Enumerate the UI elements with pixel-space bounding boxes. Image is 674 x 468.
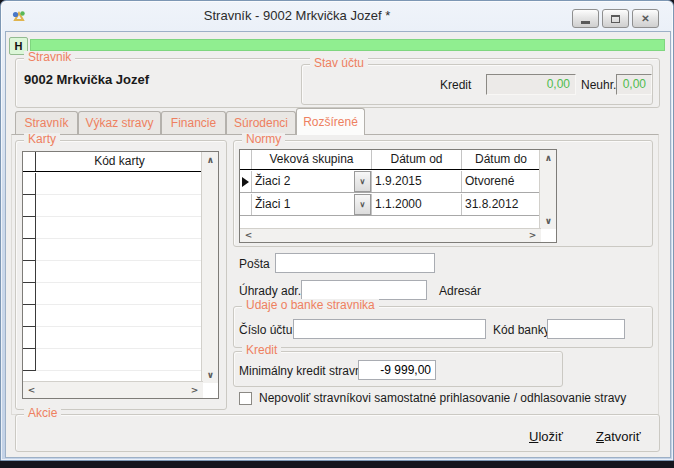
- tab-surodenci[interactable]: Súrodenci: [226, 111, 296, 134]
- normy-vertical-scrollbar[interactable]: ∧ ∨: [539, 150, 556, 229]
- datum-do-cell[interactable]: 31.8.2012: [462, 194, 541, 215]
- maximize-button[interactable]: [602, 9, 629, 28]
- posta-label: Pošta: [239, 257, 270, 271]
- minimize-button[interactable]: [572, 9, 599, 28]
- row-selector: [23, 173, 36, 195]
- tab-financie[interactable]: Financie: [161, 111, 226, 134]
- table-row[interactable]: Žiaci 2 ∨ 1.9.2015 Otvorené: [240, 171, 541, 193]
- scroll-right-icon[interactable]: >: [524, 229, 541, 242]
- kod-banky-label: Kód banky: [493, 323, 550, 337]
- save-button[interactable]: Uložiť: [529, 429, 563, 444]
- table-row[interactable]: [23, 217, 203, 239]
- close-window-button[interactable]: Zatvoriť: [596, 429, 641, 444]
- scroll-left-icon[interactable]: <: [240, 229, 257, 242]
- chevron-down-icon: ∨: [360, 177, 366, 186]
- row-selector: [240, 194, 252, 215]
- min-kredit-label: Minimálny kredit stravníka: [239, 364, 378, 378]
- close-button[interactable]: ✕: [632, 9, 659, 28]
- karty-table[interactable]: Kód karty ∧ ∨ < >: [22, 151, 219, 399]
- uhrady-adr-input[interactable]: [301, 280, 427, 300]
- normy-horizontal-scrollbar[interactable]: < >: [240, 228, 541, 242]
- banka-group-label: Udaje o banke stravnika: [242, 299, 379, 312]
- kod-karty-cell: [36, 305, 203, 327]
- table-row[interactable]: [23, 327, 203, 349]
- chevron-down-icon: ∨: [360, 200, 366, 209]
- datum-od-cell[interactable]: 1.9.2015: [372, 171, 462, 192]
- neuhr-value-field: 0,00: [616, 74, 652, 95]
- save-button-mnemonic: U: [529, 429, 538, 444]
- row-selector: [23, 217, 36, 239]
- row-selector: [23, 305, 36, 327]
- titlebar[interactable]: Stravník - 9002 Mrkvička Jozef * ✕: [1, 1, 673, 31]
- datum-do-cell[interactable]: Otvorené: [462, 171, 541, 192]
- vekova-skupina-cell[interactable]: Žiaci 2 ∨: [252, 171, 372, 192]
- nepovolit-checkbox[interactable]: [239, 392, 252, 405]
- kod-karty-cell: [36, 173, 203, 195]
- row-selector-header: [23, 152, 36, 171]
- dropdown-button[interactable]: ∨: [354, 194, 371, 215]
- tab-rozsirene[interactable]: Rozšírené: [296, 108, 365, 135]
- status-progress-bar: [30, 39, 665, 51]
- close-button-mnemonic: Z: [596, 429, 604, 444]
- nepovolit-checkbox-label[interactable]: Nepovoliť stravníkovi samostatné prihlas…: [259, 391, 626, 405]
- row-selector: [23, 195, 36, 217]
- akcie-group-label: Akcie: [24, 407, 61, 420]
- table-row[interactable]: [23, 173, 203, 195]
- karty-group-label: Karty: [24, 133, 60, 146]
- kod-karty-cell: [36, 283, 203, 305]
- row-selector: [23, 327, 36, 349]
- cislo-uctu-label: Číslo účtu: [239, 323, 292, 337]
- posta-input[interactable]: [275, 253, 435, 273]
- app-icon: [11, 8, 27, 24]
- table-row[interactable]: [23, 283, 203, 305]
- adresar-label[interactable]: Adresár: [439, 284, 481, 298]
- row-selector: [23, 261, 36, 283]
- scroll-up-icon[interactable]: ∧: [540, 150, 557, 166]
- scroll-right-icon[interactable]: >: [186, 382, 203, 398]
- karty-horizontal-scrollbar[interactable]: < >: [23, 381, 203, 398]
- scroll-down-icon[interactable]: ∨: [540, 213, 557, 229]
- current-row-selector: [240, 171, 252, 192]
- window-title: Stravník - 9002 Mrkvička Jozef *: [41, 8, 553, 23]
- maximize-icon: [611, 15, 620, 23]
- kod-karty-cell: [36, 349, 203, 371]
- cislo-uctu-input[interactable]: [293, 319, 486, 339]
- datum-od-column-header: Dátum od: [372, 150, 462, 169]
- kod-karty-cell: [36, 261, 203, 283]
- stav-uctu-group-label: Stav účtu: [310, 57, 368, 70]
- kredit-group-label: Kredit: [242, 344, 281, 357]
- datum-od-cell[interactable]: 1.1.2000: [372, 194, 462, 215]
- table-row[interactable]: [23, 305, 203, 327]
- karty-vertical-scrollbar[interactable]: ∧ ∨: [201, 152, 218, 383]
- close-icon: ✕: [641, 14, 649, 24]
- table-row[interactable]: [23, 349, 203, 371]
- dropdown-button[interactable]: ∨: [354, 171, 371, 192]
- min-kredit-input[interactable]: [358, 360, 436, 380]
- akcie-group: Akcie: [15, 414, 660, 452]
- karty-table-header: Kód karty: [23, 152, 203, 172]
- table-row[interactable]: [23, 239, 203, 261]
- table-row[interactable]: Žiaci 1 ∨ 1.1.2000 31.8.2012: [240, 194, 541, 216]
- row-selector: [23, 283, 36, 305]
- normy-table[interactable]: Veková skupina Dátum od Dátum do Žiaci 2…: [239, 149, 557, 243]
- scroll-left-icon[interactable]: <: [23, 382, 40, 398]
- normy-group-label: Normy: [242, 133, 285, 146]
- tab-vykaz-stravy[interactable]: Výkaz stravy: [78, 111, 161, 134]
- vekova-skupina-cell[interactable]: Žiaci 1 ∨: [252, 194, 372, 215]
- tab-stravnik[interactable]: Stravník: [15, 111, 78, 134]
- app-window: Stravník - 9002 Mrkvička Jozef * ✕ H Str…: [0, 0, 674, 461]
- scroll-up-icon[interactable]: ∧: [202, 152, 219, 168]
- vekova-skupina-value: Žiaci 2: [252, 171, 354, 192]
- row-selector-header: [240, 150, 252, 169]
- stravnik-group-label: Stravnik: [24, 51, 75, 64]
- neuhr-label: Neuhr.: [581, 78, 616, 92]
- datum-do-column-header: Dátum do: [462, 150, 541, 169]
- normy-table-header: Veková skupina Dátum od Dátum do: [240, 150, 541, 170]
- scroll-down-icon[interactable]: ∨: [202, 367, 219, 383]
- kod-banky-input[interactable]: [547, 319, 625, 339]
- table-row[interactable]: [23, 261, 203, 283]
- table-row[interactable]: [23, 195, 203, 217]
- karty-rows[interactable]: [23, 173, 203, 381]
- uhrady-adr-label: Úhrady adr.: [239, 284, 301, 298]
- current-row-marker-icon: [242, 177, 249, 187]
